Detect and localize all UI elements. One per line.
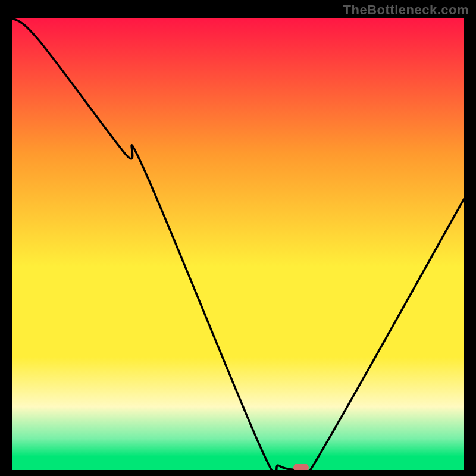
chart-frame: TheBottleneck.com <box>0 0 476 476</box>
watermark-text: TheBottleneck.com <box>343 2 469 18</box>
plot-area <box>12 18 464 470</box>
bottleneck-curve <box>12 18 464 470</box>
optimal-marker <box>293 464 309 470</box>
